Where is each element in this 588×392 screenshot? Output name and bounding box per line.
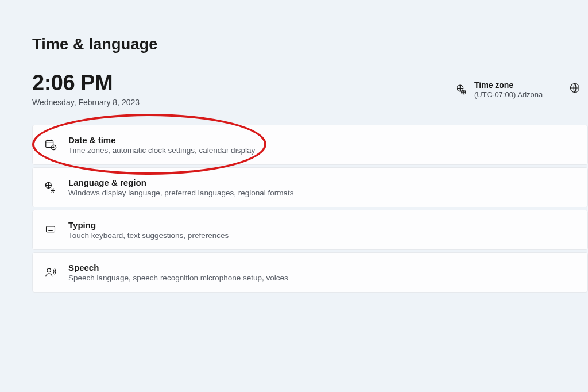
card-typing[interactable]: Typing Touch keyboard, text suggestions,… — [32, 210, 588, 250]
card-title: Language & region — [68, 178, 293, 187]
language-globe-icon — [43, 180, 58, 195]
timezone-title: Time zone — [474, 80, 543, 90]
card-subtitle: Touch keyboard, text suggestions, prefer… — [68, 231, 229, 240]
calendar-clock-icon — [43, 137, 58, 152]
card-subtitle: Speech language, speech recognition micr… — [68, 274, 288, 282]
card-subtitle: Windows display language, preferred lang… — [68, 189, 293, 197]
card-title: Speech — [68, 263, 288, 272]
clock-globe-icon — [455, 83, 467, 96]
card-subtitle: Time zones, automatic clock settings, ca… — [68, 146, 255, 155]
page-title: Time & language — [32, 36, 158, 53]
card-speech[interactable]: Speech Speech language, speech recogniti… — [32, 252, 588, 293]
region-button[interactable] — [568, 83, 581, 95]
timezone-value: (UTC-07:00) Arizona — [474, 90, 543, 99]
keyboard-icon — [43, 222, 58, 237]
timezone-block[interactable]: Time zone (UTC-07:00) Arizona — [455, 80, 543, 99]
card-date-time[interactable]: Date & time Time zones, automatic clock … — [32, 125, 588, 165]
card-title: Date & time — [68, 135, 255, 145]
speech-icon — [43, 265, 58, 280]
card-language-region[interactable]: Language & region Windows display langua… — [32, 167, 588, 207]
clock-date: Wednesday, February 8, 2023 — [32, 98, 588, 107]
svg-rect-3 — [46, 141, 53, 148]
svg-point-7 — [47, 268, 51, 272]
globe-icon — [569, 82, 581, 96]
card-title: Typing — [68, 220, 229, 230]
